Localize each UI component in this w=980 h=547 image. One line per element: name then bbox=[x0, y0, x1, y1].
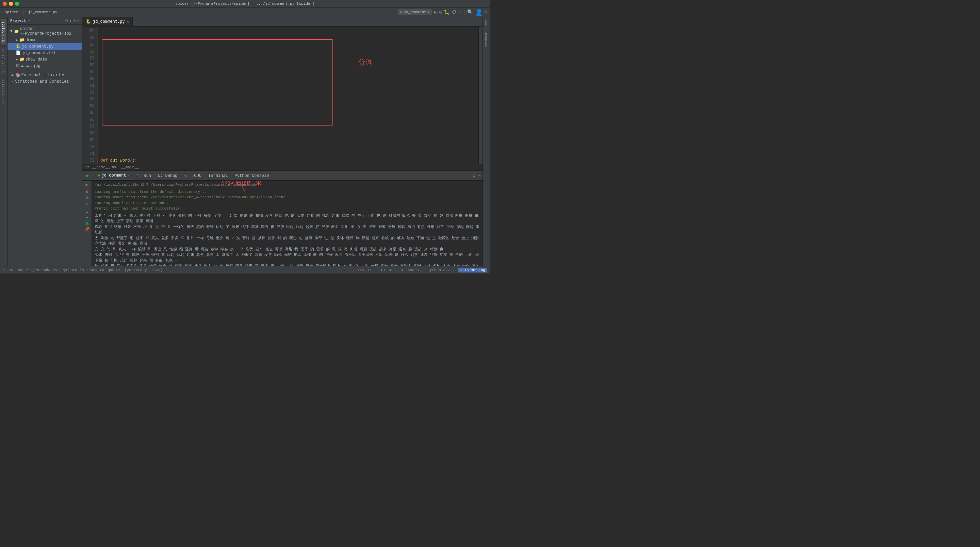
project-root-label: spider ~/PycharmProjects/spi bbox=[20, 27, 79, 36]
user-icon[interactable]: 👤 bbox=[475, 8, 482, 16]
structure-panel-tab[interactable]: 2: Structure bbox=[1, 45, 6, 76]
libraries-icon: 📚 bbox=[15, 72, 21, 78]
python-file-icon: 🐍 bbox=[16, 44, 21, 49]
tree-item-wawa[interactable]: 🖼 wawa.jpg bbox=[8, 63, 82, 69]
tree-external-libraries[interactable]: ▶ 📚 External Libraries bbox=[8, 72, 82, 78]
output-line-2: 真心 觉得 这家 娃娃 不错 小 冬 是 跟 女 一样的 进去 真的 分钟 达到… bbox=[95, 224, 480, 235]
breadcrumb: if __name__ == '__main__' bbox=[82, 164, 482, 171]
scv-panel-tab[interactable]: SCV bbox=[484, 17, 489, 29]
breadcrumb-text: if __name__ == '__main__' bbox=[85, 165, 141, 169]
sync-tool-button[interactable]: ⟳ bbox=[65, 18, 68, 23]
wawa-label: wawa.jpg bbox=[21, 64, 40, 68]
coverage-button[interactable]: ≡ bbox=[458, 10, 461, 15]
tab-close-button[interactable]: ✕ bbox=[127, 20, 129, 24]
profile-button[interactable]: ⏱ bbox=[452, 10, 456, 15]
python-version[interactable]: Python 3.7 ÷ bbox=[427, 268, 454, 272]
tree-item-jd-comment-py[interactable]: 🐍 jd_comment.py bbox=[8, 43, 82, 50]
sidebar-tools: ⟳ ◧ ⚙ ✕ bbox=[65, 18, 79, 23]
run-config-dropdown-icon: ▾ bbox=[428, 10, 430, 14]
close-sidebar-button[interactable]: ✕ bbox=[77, 18, 79, 23]
encoding[interactable]: UTF-8 ÷ bbox=[381, 268, 397, 272]
stop-run-btn[interactable]: ◼ bbox=[86, 189, 89, 194]
event-log-button[interactable]: 1 Event Log bbox=[458, 268, 487, 272]
database-panel-tab[interactable]: Database bbox=[484, 29, 489, 51]
search-button[interactable]: 🔍 bbox=[467, 9, 473, 15]
bottom-panel: ▶ ▶ jd_comment ✕ 4: Run 5: Debug 6: TODO bbox=[82, 171, 482, 266]
project-folder-icon: 📁 bbox=[14, 29, 19, 34]
code-editor[interactable]: 分词 53 54 55 56 57 58 59 60 61 62 63 64 6… bbox=[82, 27, 482, 164]
tree-root[interactable]: ▼ 📁 spider ~/PycharmProjects/spi bbox=[8, 26, 82, 37]
jd-comment-txt-label: jd_comment.txt bbox=[22, 51, 56, 56]
wrap-btn[interactable]: ↩ bbox=[86, 215, 88, 220]
pin-btn[interactable]: 📌 bbox=[85, 227, 89, 231]
tree-scratches[interactable]: ✏ Scratches and Consoles bbox=[8, 78, 82, 85]
rerun-btn[interactable]: ⟳ bbox=[86, 196, 89, 200]
toolbar-separator bbox=[23, 10, 24, 15]
status-right: 71:16 LF ÷ UTF-8 ÷ 4 spaces ÷ Python 3.7… bbox=[353, 268, 488, 272]
output-line-3: 太 刺激 太 舒服了 用 起来 和 真人 差多 不多 和 图片 一样 每晚 至少… bbox=[95, 235, 480, 246]
output-line-1: 太爽了 用 起来 和 真人 差不多 不多 和 图片 介绍 的 一样 每晚 至少 … bbox=[95, 213, 480, 224]
project-panel-tab[interactable]: 1: Project bbox=[1, 18, 6, 45]
close-run-btn[interactable]: ✕ bbox=[86, 201, 88, 206]
tab-jd-comment[interactable]: 🐍 jd_comment.py ✕ bbox=[82, 17, 133, 26]
build-button[interactable]: ⚙ bbox=[439, 9, 442, 15]
top-toolbar: spider jd_comment.py ▶ jd_comment ▾ ▶ ⚙ … bbox=[0, 8, 490, 17]
run-config-selector[interactable]: ▶ jd_comment ▾ bbox=[398, 9, 432, 15]
scroll-run-btn[interactable]: ≡ bbox=[86, 210, 88, 214]
fn-cut-word: cut_word bbox=[110, 157, 130, 164]
kw-def: def bbox=[100, 157, 110, 164]
sidebar-dropdown-icon[interactable]: ▾ bbox=[28, 19, 30, 23]
run-button[interactable]: ▶ bbox=[434, 9, 437, 15]
left-panel-tabs: 1: Project 2: Structure 2: Favorites bbox=[0, 17, 8, 266]
show-data-label: show_data bbox=[25, 57, 48, 62]
window-title: spider [~/PycharmProjects/spider] – .../… bbox=[175, 2, 314, 6]
line-ending[interactable]: LF ÷ bbox=[368, 268, 377, 272]
settings-icon[interactable]: ⚙ bbox=[485, 9, 487, 15]
status-message[interactable]: IDE and Plugin Updates: PyCharm is ready… bbox=[8, 268, 163, 272]
minimize-button[interactable] bbox=[9, 2, 13, 6]
tab-6-todo[interactable]: 6: TODO bbox=[181, 171, 205, 180]
settings-bottom-btn[interactable]: ⚙ bbox=[472, 172, 476, 179]
code-content[interactable]: ▽ def cut_word(): """" 对数据分词 :return: 分词… bbox=[98, 27, 482, 164]
run-icon: ▶ bbox=[86, 173, 89, 178]
bottom-tools: ⚙ — bbox=[472, 172, 481, 179]
settings-tool-button[interactable]: ⚙ bbox=[73, 18, 76, 23]
debug-button[interactable]: 🐛 bbox=[444, 9, 450, 15]
tree-btn[interactable]: 🌲 bbox=[85, 221, 89, 226]
tab-terminal[interactable]: Terminal bbox=[205, 171, 231, 180]
line-num-53: 53 bbox=[82, 28, 97, 35]
tab-python-icon: 🐍 bbox=[86, 19, 91, 24]
tree-item-show-data[interactable]: ▶ 📁 show_data bbox=[8, 56, 82, 63]
tree-item-demo[interactable]: ▶ 📁 demo bbox=[8, 37, 82, 43]
scrollbar-gutter[interactable] bbox=[479, 27, 482, 164]
collapse-tool-button[interactable]: ◧ bbox=[70, 18, 72, 23]
file-breadcrumb[interactable]: jd_comment.py bbox=[26, 10, 60, 15]
titlebar: spider [~/PycharmProjects/spider] – .../… bbox=[0, 0, 490, 8]
jd-comment-py-label: jd_comment.py bbox=[22, 44, 54, 49]
cursor-position[interactable]: 71:16 bbox=[353, 268, 364, 272]
folder-closed-icon: ▶ bbox=[16, 57, 18, 62]
tab-run[interactable]: ▶ jd_comment ✕ bbox=[94, 171, 133, 180]
tab-5-debug[interactable]: 5: Debug bbox=[154, 171, 181, 180]
close-bottom-btn[interactable]: — bbox=[477, 173, 481, 179]
text-file-icon: 📄 bbox=[16, 50, 21, 56]
run-tab-close[interactable]: ✕ bbox=[127, 173, 130, 178]
line-num-71: 71 bbox=[82, 150, 97, 157]
close-button[interactable] bbox=[3, 2, 7, 6]
start-run-btn[interactable]: ▶ bbox=[86, 182, 89, 188]
tab-python-console[interactable]: Python Console bbox=[231, 171, 272, 180]
demo-folder-icon: 📁 bbox=[19, 37, 24, 43]
tab-4-run[interactable]: 4: Run bbox=[133, 171, 154, 180]
run-output-content[interactable]: 分词后的结果 ╲ /usr/local/bin/python3.7 /Users… bbox=[92, 181, 482, 266]
traffic-lights bbox=[3, 2, 19, 6]
indent-setting[interactable]: 4 spaces ÷ bbox=[401, 268, 423, 272]
project-selector[interactable]: spider bbox=[3, 10, 21, 15]
tab-4-label: 4: Run bbox=[137, 173, 151, 178]
favorites-panel-tab[interactable]: 2: Favorites bbox=[1, 76, 6, 107]
fold-arrow-55[interactable]: ▽ bbox=[98, 158, 98, 163]
folder-icon: ▶ bbox=[16, 38, 18, 42]
line-num-57: 57 bbox=[82, 55, 97, 62]
tree-item-jd-comment-txt[interactable]: 📄 jd_comment.txt bbox=[8, 50, 82, 56]
maximize-button[interactable] bbox=[15, 2, 19, 6]
loading-msg-3: Loading model cost 0.763 seconds. bbox=[95, 200, 480, 206]
